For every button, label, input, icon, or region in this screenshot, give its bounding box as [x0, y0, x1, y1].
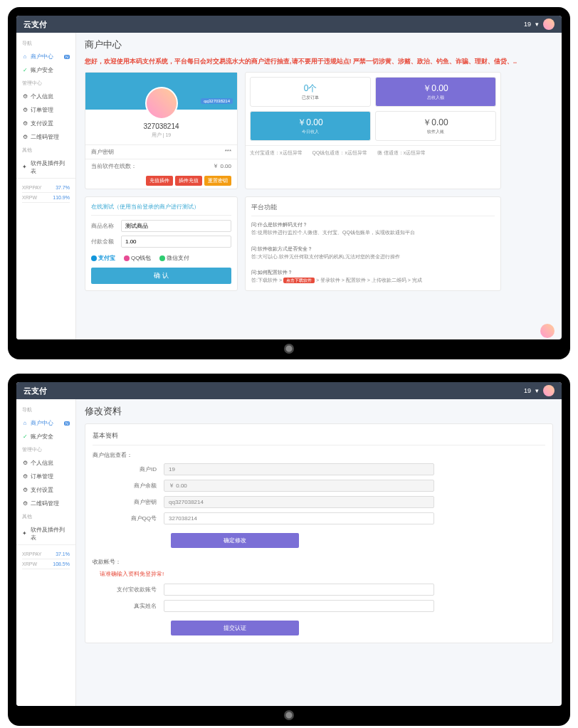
topbar: 云支付 19 ▾ — [16, 382, 562, 399]
chevron-down-icon: ▾ — [535, 387, 539, 394]
amount-input[interactable] — [121, 236, 231, 248]
app-logo: 云支付 — [23, 19, 47, 30]
sidebar-item-paycfg[interactable]: ⚙支付设置 — [16, 483, 75, 497]
stat-today-income: ￥0.00今日收入 — [250, 111, 371, 141]
gear-icon: ⚙ — [22, 94, 28, 100]
sidebar-section-mgmt: 管理中心 — [16, 77, 75, 90]
reset-key-button[interactable]: 重置密钥 — [204, 176, 231, 186]
home-icon: ⌂ — [22, 421, 28, 426]
sidebar-item-profile[interactable]: ⚙个人信息 — [16, 456, 75, 470]
sidebar-section-nav: 导航 — [16, 37, 75, 50]
sidebar-item-security[interactable]: ✓账户安全 — [16, 430, 75, 443]
profile-sub: 用户 | 19 — [85, 132, 237, 139]
avatar — [543, 385, 555, 396]
user-area[interactable]: 19 ▾ — [524, 385, 555, 396]
balance-label: 当前软件在线数： — [91, 162, 137, 170]
stat-software-income: ￥0.00软件入账 — [375, 111, 496, 141]
alipay-icon — [91, 255, 97, 261]
topbar: 云支付 19 ▾ — [16, 16, 562, 33]
notice-card: 平台功能 问:什么是软件解码支付？ 答:使用软件进行监控个人微信、支付宝、QQ钱… — [245, 196, 501, 291]
main-content: 商户中心 您好，欢迎使用本码支付系统，平台每日会对交易流水大的商户进行抽查,请不… — [76, 33, 562, 339]
gear-icon: ⚙ — [22, 107, 28, 113]
submit-verify-button[interactable]: 提交认证 — [171, 621, 299, 635]
sidebar-section-other: 其他 — [16, 144, 75, 157]
app-logo: 云支付 — [23, 386, 47, 396]
plugin-recharge-button[interactable]: 插件充值 — [175, 176, 202, 186]
stats-card: 0个已发订单 ￥0.00总收入额 ￥0.00今日收入 ￥0.00软件入账 支付宝… — [245, 72, 501, 189]
stats-foot: 支付宝通道：x远恒异常 QQ钱包通道：x远恒异常 微 信通道：x远恒异常 — [246, 145, 500, 160]
gear-icon: ⚙ — [22, 134, 28, 140]
stat-orders: 0个已发订单 — [250, 77, 371, 107]
profile-edit-panel: 基本资料 商户信息查看： 商户ID 商户余额 商户密钥 商户QQ号 确定修改 收… — [85, 423, 553, 643]
monitor-2: 云支付 19 ▾ 导航 ⌂商户中心N ✓账户安全 管理中心 ⚙个人信息 ⚙订单管… — [8, 374, 570, 726]
download-button[interactable]: 点击下载软件 — [283, 278, 315, 283]
key-label: 商户密钥 — [91, 148, 114, 156]
confirm-edit-button[interactable]: 确定修改 — [171, 533, 299, 548]
sidebar-item-security[interactable]: ✓账户安全 — [16, 63, 75, 77]
pay-opt-alipay[interactable]: 支付宝 — [91, 254, 115, 262]
qq-icon — [124, 255, 130, 261]
profile-id: 327038214 — [85, 122, 237, 130]
sidebar-item-home[interactable]: ⌂商户中心N — [16, 416, 75, 430]
gear-icon: ⚙ — [22, 501, 28, 507]
alipay-account-input[interactable] — [164, 584, 434, 596]
home-icon: ⌂ — [22, 54, 28, 60]
sidebar-item-paycfg[interactable]: ⚙支付设置 — [16, 117, 75, 130]
gear-icon: ⚙ — [22, 121, 28, 127]
badge-new: N — [64, 55, 70, 59]
balance-val: ￥ 0.00 — [213, 162, 231, 170]
gear-icon: ⚙ — [22, 460, 28, 466]
sidebar-section-mgmt: 管理中心 — [16, 443, 75, 456]
shield-icon: ✓ — [22, 68, 28, 73]
sidebar-stats: XRPPAY37.7% XRPW110.9% — [16, 178, 75, 207]
sidebar-item-home[interactable]: ⌂商户中心N — [16, 50, 75, 63]
sidebar: 导航 ⌂商户中心N ✓账户安全 管理中心 ⚙个人信息 ⚙订单管理 ⚙支付设置 ⚙… — [16, 33, 76, 339]
panel-title: 基本资料 — [93, 431, 545, 445]
test-card-title: 在线测试（使用当前登录的商户进行测试） — [91, 203, 231, 216]
announcement-marquee: 您好，欢迎使用本码支付系统，平台每日会对交易流水大的商户进行抽查,请不要用于违规… — [85, 57, 553, 66]
merchant-qq-input[interactable] — [164, 512, 434, 524]
user-id: 19 — [524, 387, 531, 394]
wechat-icon — [159, 255, 165, 261]
chevron-down-icon: ▾ — [535, 21, 539, 28]
user-area[interactable]: 19 ▾ — [524, 19, 555, 30]
merchant-balance-input — [164, 480, 434, 492]
recharge-plugin-button[interactable]: 充值插件 — [146, 176, 173, 186]
sidebar-item-qrcode[interactable]: ⚙二维码管理 — [16, 497, 75, 510]
pay-opt-wechat[interactable]: 微信支付 — [159, 254, 189, 262]
pay-opt-qq[interactable]: QQ钱包 — [124, 254, 151, 262]
real-name-input[interactable] — [164, 600, 434, 612]
confirm-button[interactable]: 确 认 — [91, 268, 231, 284]
product-name-input[interactable] — [121, 220, 231, 232]
section-merchant-info: 商户信息查看： — [93, 451, 545, 459]
sidebar-item-qrcode[interactable]: ⚙二维码管理 — [16, 130, 75, 144]
sidebar-item-orders[interactable]: ⚙订单管理 — [16, 103, 75, 117]
plugin-icon: ✦ — [22, 164, 28, 170]
merchant-key-input — [164, 496, 434, 508]
plugin-icon: ✦ — [22, 531, 28, 537]
sidebar: 导航 ⌂商户中心N ✓账户安全 管理中心 ⚙个人信息 ⚙订单管理 ⚙支付设置 ⚙… — [16, 399, 76, 706]
notice-title: 平台功能 — [251, 203, 495, 216]
stat-total-income: ￥0.00总收入额 — [375, 77, 496, 107]
screen-2: 云支付 19 ▾ 导航 ⌂商户中心N ✓账户安全 管理中心 ⚙个人信息 ⚙订单管… — [16, 382, 562, 706]
shield-icon: ✓ — [22, 434, 28, 440]
section-payment-account: 收款帐号： — [93, 558, 545, 566]
user-id: 19 — [524, 21, 531, 28]
sidebar-item-plugins[interactable]: ✦软件及插件列表 — [16, 157, 75, 178]
page-title: 修改资料 — [85, 405, 553, 418]
sidebar-item-plugins[interactable]: ✦软件及插件列表 — [16, 523, 75, 544]
warning-text: 请准确输入资料免登异常! — [100, 570, 545, 578]
screen-1: 云支付 19 ▾ 导航 ⌂商户中心N ✓账户安全 管理中心 ⚙个人信息 ⚙订单管… — [16, 16, 562, 339]
gear-icon: ⚙ — [22, 474, 28, 480]
profile-card: qq327038214 327038214 用户 | 19 商户密钥*** 当前… — [85, 72, 238, 189]
avatar — [543, 19, 555, 30]
monitor-1: 云支付 19 ▾ 导航 ⌂商户中心N ✓账户安全 管理中心 ⚙个人信息 ⚙订单管… — [8, 7, 570, 359]
merchant-id-input — [164, 463, 434, 475]
sidebar-section-nav: 导航 — [16, 403, 75, 416]
footer-avatar — [540, 324, 555, 338]
sidebar-item-profile[interactable]: ⚙个人信息 — [16, 90, 75, 103]
gear-icon: ⚙ — [22, 487, 28, 493]
sidebar-stats: XRPPAY37.1% XRPW108.5% — [16, 544, 75, 574]
sidebar-item-orders[interactable]: ⚙订单管理 — [16, 470, 75, 483]
page-title: 商户中心 — [85, 38, 553, 51]
